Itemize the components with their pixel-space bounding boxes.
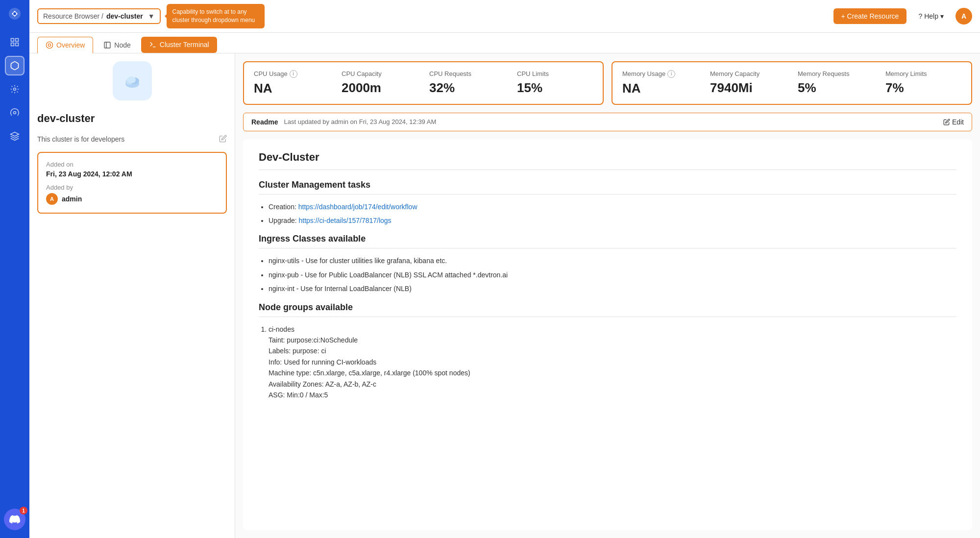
user-avatar[interactable]: A: [956, 8, 972, 24]
sidebar: 1: [0, 0, 29, 538]
svg-rect-11: [104, 42, 110, 48]
edit-label: Edit: [952, 118, 964, 126]
right-panel: CPU Usage i NA CPU Capacity 2000m CPU Re…: [235, 53, 980, 538]
svg-point-1: [13, 12, 16, 15]
svg-point-17: [127, 76, 136, 83]
node-asg: ASG: Min:0 / Max:5: [269, 391, 328, 399]
memory-limits-value: 7%: [885, 80, 961, 96]
list-item: ci-nodes Taint: purpose:ci:NoSchedule La…: [269, 324, 956, 401]
svg-rect-3: [16, 39, 19, 42]
svg-rect-2: [11, 39, 14, 42]
cpu-capacity-value: 2000m: [342, 80, 417, 96]
cpu-usage-label: CPU Usage i: [254, 70, 330, 78]
upgrade-link[interactable]: https://ci-details/157/7817/logs: [298, 217, 391, 224]
cluster-icon-wrap: [37, 61, 227, 100]
meta-card: Added on Fri, 23 Aug 2024, 12:02 AM Adde…: [37, 152, 227, 214]
stat-memory-capacity: Memory Capacity 7940Mi: [710, 70, 786, 96]
help-circle-icon: ?: [918, 12, 922, 20]
stat-cpu-limits: CPU Limits 15%: [517, 70, 593, 96]
chevron-down-icon: ▼: [148, 12, 155, 20]
svg-point-9: [46, 42, 52, 48]
stat-cpu-requests: CPU Requests 32%: [429, 70, 505, 96]
cluster-description: This cluster is for developers: [37, 135, 227, 144]
svg-marker-8: [11, 132, 19, 136]
list-item: nginx-int - Use for Internal LoadBalance…: [269, 283, 956, 294]
cluster-breadcrumb-select[interactable]: Resource Browser / dev-cluster ▼: [37, 8, 161, 24]
sidebar-item-config[interactable]: [5, 103, 24, 122]
section-cluster-management-list: Creation: https://dashboard/job/174/edit…: [259, 201, 956, 226]
section-ingress-heading: Ingress Classes available: [259, 234, 956, 248]
admin-avatar: A: [46, 193, 58, 205]
main-content: Resource Browser / dev-cluster ▼ Capabil…: [29, 0, 980, 538]
app-logo[interactable]: [6, 5, 24, 23]
tab-terminal-label: Cluster Terminal: [160, 41, 209, 49]
cpu-requests-value: 32%: [429, 80, 505, 96]
readme-heading: Dev-Cluster: [259, 151, 956, 170]
edit-description-icon[interactable]: [219, 135, 227, 144]
left-panel: dev-cluster This cluster is for develope…: [29, 53, 235, 538]
cpu-limits-label: CPU Limits: [517, 70, 593, 77]
list-item: Upgrade: https://ci-details/157/7817/log…: [269, 215, 956, 226]
cluster-name-heading: dev-cluster: [37, 112, 227, 125]
memory-usage-value: NA: [622, 81, 698, 96]
cluster-description-text: This cluster is for developers: [37, 135, 124, 143]
cpu-capacity-label: CPU Capacity: [342, 70, 417, 77]
node-labels: Labels: purpose: ci: [269, 347, 326, 355]
readme-meta: Last updated by admin on Fri, 23 Aug 202…: [284, 118, 436, 125]
memory-usage-label: Memory Usage i: [622, 70, 698, 78]
memory-stats-inner: Memory Usage i NA Memory Capacity 7940Mi…: [622, 70, 961, 96]
cpu-requests-label: CPU Requests: [429, 70, 505, 77]
section-ingress-list: nginx-utils - Use for cluster utilities …: [259, 255, 956, 294]
cpu-usage-info-icon[interactable]: i: [290, 70, 297, 78]
node-az: Availability Zones: AZ-a, AZ-b, AZ-c: [269, 380, 376, 388]
admin-row: A admin: [46, 193, 218, 205]
sidebar-item-settings[interactable]: [5, 79, 24, 99]
memory-capacity-label: Memory Capacity: [710, 70, 786, 77]
node-icon: [103, 41, 111, 49]
stat-memory-requests: Memory Requests 5%: [798, 70, 874, 96]
admin-name: admin: [62, 195, 82, 203]
readme-bar-left: Readme Last updated by admin on Fri, 23 …: [251, 118, 436, 126]
breadcrumb-cluster-name: dev-cluster: [106, 12, 143, 20]
memory-capacity-value: 7940Mi: [710, 80, 786, 96]
create-resource-button[interactable]: + Create Resource: [833, 8, 907, 24]
stat-cpu-capacity: CPU Capacity 2000m: [342, 70, 417, 96]
breadcrumb-resource-browser: Resource Browser /: [43, 12, 103, 20]
sidebar-item-resources[interactable]: [5, 56, 24, 75]
memory-limits-label: Memory Limits: [885, 70, 961, 77]
discord-button[interactable]: 1: [4, 509, 25, 530]
tab-node[interactable]: Node: [95, 37, 139, 53]
discord-badge: 1: [20, 507, 27, 514]
cpu-stats-card: CPU Usage i NA CPU Capacity 2000m CPU Re…: [243, 61, 604, 105]
tab-cluster-terminal[interactable]: Cluster Terminal: [141, 37, 217, 53]
tab-node-label: Node: [114, 41, 130, 49]
content-area: dev-cluster This cluster is for develope…: [29, 53, 980, 538]
stat-memory-usage: Memory Usage i NA: [622, 70, 698, 96]
memory-usage-info-icon[interactable]: i: [667, 70, 675, 78]
cluster-cloud-icon: [121, 69, 144, 93]
edit-icon: [943, 119, 950, 125]
node-machine-type: Machine type: c5n.xlarge, c5a.xlarge, r4…: [269, 369, 470, 377]
added-on-label: Added on: [46, 161, 218, 168]
memory-requests-label: Memory Requests: [798, 70, 874, 77]
tab-overview[interactable]: Overview: [37, 37, 93, 53]
svg-point-6: [14, 88, 16, 91]
sidebar-item-layers[interactable]: [5, 126, 24, 146]
svg-point-10: [48, 44, 50, 46]
topbar: Resource Browser / dev-cluster ▼ Capabil…: [29, 0, 980, 33]
svg-rect-4: [11, 43, 14, 46]
memory-stats-card: Memory Usage i NA Memory Capacity 7940Mi…: [612, 61, 972, 105]
tabs-bar: Overview Node Cluster Terminal: [29, 33, 980, 53]
cpu-usage-value: NA: [254, 81, 330, 96]
svg-point-7: [14, 112, 16, 114]
readme-content: Dev-Cluster Cluster Management tasks Cre…: [243, 139, 972, 530]
readme-edit-button[interactable]: Edit: [943, 118, 964, 126]
help-button[interactable]: ? Help ▾: [912, 8, 950, 24]
sidebar-item-dashboard[interactable]: [5, 32, 24, 52]
readme-title: Readme: [251, 118, 278, 126]
section-nodegroups-heading: Node groups available: [259, 302, 956, 317]
stat-memory-limits: Memory Limits 7%: [885, 70, 961, 96]
memory-requests-value: 5%: [798, 80, 874, 96]
creation-link[interactable]: https://dashboard/job/174/edit/workflow: [298, 203, 417, 211]
cluster-icon: [113, 61, 152, 100]
